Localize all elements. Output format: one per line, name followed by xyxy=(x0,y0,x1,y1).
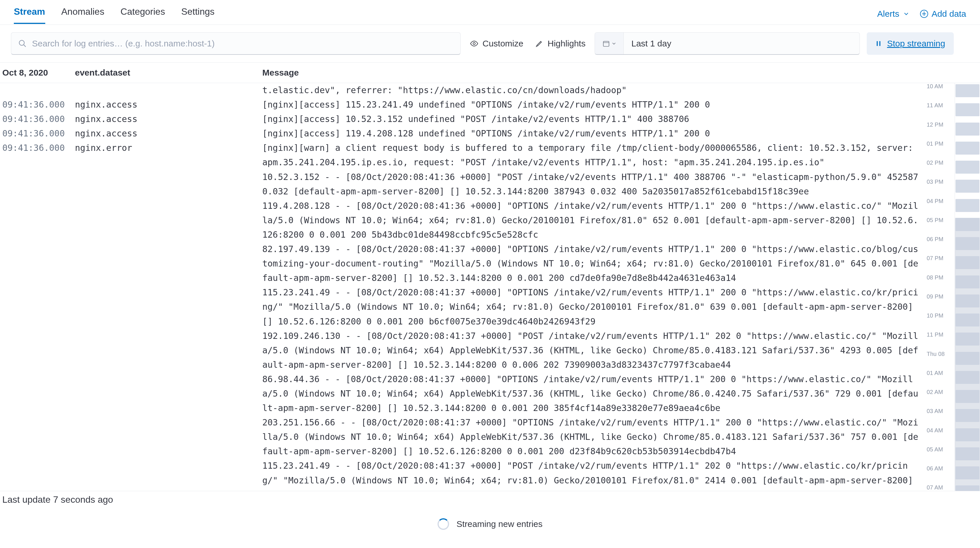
pause-icon xyxy=(875,40,882,47)
log-row[interactable]: 09:41:36.000nginx.access[nginx][access] … xyxy=(2,97,924,112)
svg-point-0 xyxy=(19,40,24,45)
minimap-tick: 02 AM xyxy=(927,389,943,395)
log-dataset: nginx.access xyxy=(75,126,262,141)
minimap-tick: 05 PM xyxy=(927,217,943,223)
minimap-tick: 01 AM xyxy=(927,370,943,376)
log-row[interactable]: 09:41:36.000nginx.access[nginx][access] … xyxy=(2,112,924,126)
log-dataset: nginx.access xyxy=(75,112,262,126)
customize-label: Customize xyxy=(482,39,523,48)
minimap-tick: 01 PM xyxy=(927,140,943,147)
col-header-timestamp[interactable]: Oct 8, 2020 xyxy=(2,68,75,78)
highlights-label: Highlights xyxy=(548,39,586,48)
eye-icon xyxy=(470,39,479,48)
col-header-message[interactable]: Message xyxy=(262,68,980,78)
log-row[interactable]: 09:41:36.000nginx.access[nginx][access] … xyxy=(2,126,924,141)
minimap-tick: 10 AM xyxy=(927,83,943,90)
log-dataset: nginx.error xyxy=(75,141,262,491)
tab-stream[interactable]: Stream xyxy=(14,3,45,24)
tab-categories[interactable]: Categories xyxy=(121,3,165,24)
log-message: [nginx][access] 10.52.3.152 undefined "P… xyxy=(262,112,924,126)
svg-point-2 xyxy=(473,42,475,45)
calendar-dropdown-icon[interactable] xyxy=(595,33,624,54)
minimap-bar xyxy=(956,180,979,193)
highlighter-icon xyxy=(535,39,544,48)
minimap-bar xyxy=(956,199,979,212)
minimap-tick: 04 PM xyxy=(927,198,943,204)
minimap-tick: 07 AM xyxy=(927,484,943,491)
streaming-label: Streaming new entries xyxy=(457,519,542,529)
log-dataset: nginx.access xyxy=(75,97,262,112)
minimap-viewport[interactable] xyxy=(955,218,980,491)
minimap-tick: 08 PM xyxy=(927,274,943,281)
log-timestamp: 09:41:36.000 xyxy=(2,112,75,126)
log-body: t.elastic.dev", referrer: "https://www.e… xyxy=(0,83,980,491)
log-timestamp: 09:41:36.000 xyxy=(2,126,75,141)
customize-button[interactable]: Customize xyxy=(468,38,526,49)
log-timestamp: 09:41:36.000 xyxy=(2,141,75,491)
log-message: [nginx][access] 119.4.208.128 undefined … xyxy=(262,126,924,141)
minimap-bar xyxy=(956,123,979,135)
log-row[interactable]: t.elastic.dev", referrer: "https://www.e… xyxy=(2,83,924,97)
minimap-tick: 03 AM xyxy=(927,408,943,414)
minimap-bar xyxy=(956,142,979,155)
last-update-text: Last update 7 seconds ago xyxy=(2,494,113,505)
minimap-tick: 09 PM xyxy=(927,293,943,300)
alerts-dropdown[interactable]: Alerts xyxy=(877,9,909,19)
top-tabs: StreamAnomaliesCategoriesSettings Alerts… xyxy=(0,0,980,25)
svg-line-1 xyxy=(24,45,26,47)
minimap-tick: 10 PM xyxy=(927,312,943,319)
minimap-tick: 05 AM xyxy=(927,446,943,453)
minimap-tick: 07 PM xyxy=(927,255,943,261)
log-message: [nginx][access] 115.23.241.49 undefined … xyxy=(262,97,924,112)
minimap-tick: 03 PM xyxy=(927,178,943,185)
log-message: t.elastic.dev", referrer: "https://www.e… xyxy=(262,83,924,97)
minimap-tick: 11 PM xyxy=(927,331,943,338)
minimap-tick: 02 PM xyxy=(927,159,943,166)
search-input[interactable] xyxy=(32,39,453,48)
streaming-status-bar: Streaming new entries xyxy=(0,508,980,540)
minimap-tick: 04 AM xyxy=(927,427,943,434)
log-message: [nginx][warn] a client request body is b… xyxy=(262,141,924,491)
minimap-tick: Thu 08 xyxy=(927,351,945,357)
minimap-tick: 06 PM xyxy=(927,236,943,242)
svg-rect-3 xyxy=(603,41,609,46)
minimap-tick: 11 AM xyxy=(927,102,943,109)
highlights-button[interactable]: Highlights xyxy=(533,38,588,49)
log-timestamp xyxy=(2,83,75,97)
minimap-bar xyxy=(956,103,979,116)
minimap-tick: 12 PM xyxy=(927,121,943,128)
search-icon xyxy=(18,39,27,48)
alerts-label: Alerts xyxy=(877,9,899,19)
svg-rect-5 xyxy=(877,41,878,46)
minimap-bar xyxy=(956,84,979,97)
last-update-bar: Last update 7 seconds ago xyxy=(0,491,980,508)
log-column-headers: Oct 8, 2020 event.dataset Message xyxy=(0,62,980,83)
log-timestamp: 09:41:36.000 xyxy=(2,97,75,112)
log-table[interactable]: t.elastic.dev", referrer: "https://www.e… xyxy=(2,83,924,491)
col-header-dataset[interactable]: event.dataset xyxy=(75,68,262,78)
log-row[interactable]: 09:41:36.000nginx.error[nginx][warn] a c… xyxy=(2,141,924,491)
add-data-label: Add data xyxy=(932,9,966,19)
plus-circle-icon xyxy=(920,10,928,18)
date-range-picker[interactable]: Last 1 day xyxy=(595,32,860,55)
stop-streaming-button[interactable]: Stop streaming xyxy=(867,32,954,55)
add-data-button[interactable]: Add data xyxy=(920,9,966,19)
toolbar: Customize Highlights Last 1 day Stop str… xyxy=(0,25,980,62)
log-minimap[interactable]: 10 AM11 AM12 PM01 PM02 PM03 PM04 PM05 PM… xyxy=(924,83,980,491)
minimap-tick: 06 AM xyxy=(927,465,943,472)
svg-rect-6 xyxy=(880,41,881,46)
chevron-down-icon xyxy=(903,11,909,17)
loading-spinner-icon xyxy=(438,518,449,530)
log-dataset xyxy=(75,83,262,97)
tab-anomalies[interactable]: Anomalies xyxy=(61,3,104,24)
date-range-text[interactable]: Last 1 day xyxy=(624,33,859,54)
minimap-bar xyxy=(956,161,979,174)
stop-streaming-label: Stop streaming xyxy=(887,39,945,48)
tab-settings[interactable]: Settings xyxy=(181,3,215,24)
search-input-wrapper[interactable] xyxy=(11,32,461,55)
